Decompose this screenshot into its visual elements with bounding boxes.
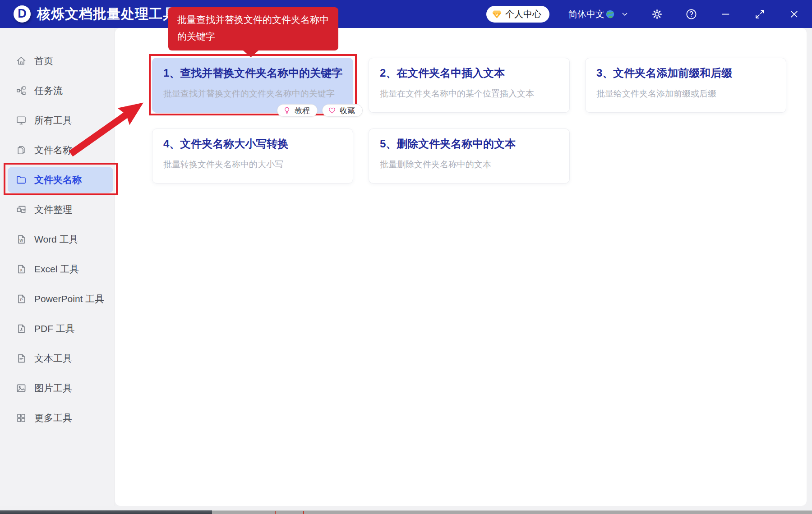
more-icon: [16, 413, 27, 423]
sidebar-item-file-name[interactable]: 文件名称: [0, 135, 115, 165]
tool-card-description: 批量给文件夹名添加前缀或后缀: [596, 88, 775, 100]
titlebar: D 核烁文档批量处理工具 V 个人中心 简体中文: [0, 0, 812, 28]
taskbar-sliver: [0, 510, 812, 514]
tool-card-insert-text-in-folder-name[interactable]: 2、在文件夹名中插入文本批量在文件夹名称中的某个位置插入文本: [369, 58, 570, 113]
sidebar-item-label: PowerPoint 工具: [34, 293, 104, 305]
titlebar-actions: V 个人中心 简体中文: [486, 6, 801, 23]
tool-card-title: 2、在文件夹名中插入文本: [380, 66, 558, 80]
help-button[interactable]: [684, 7, 698, 21]
svg-text:V: V: [495, 12, 498, 17]
sidebar: 首页任务流所有工具文件名称文件夹名称文件整理WWord 工具XExcel 工具P…: [0, 28, 115, 506]
tool-card-title: 4、文件夹名称大小写转换: [163, 137, 342, 151]
minimize-icon: [720, 9, 731, 20]
sidebar-item-home[interactable]: 首页: [0, 46, 115, 76]
tool-card-description: 批量查找并替换文件的文件夹名称中的关键字: [163, 88, 342, 100]
tool-card-actions: 教程收藏: [277, 104, 363, 117]
sidebar-item-label: 任务流: [34, 84, 63, 97]
tool-card-find-replace-folder-keyword[interactable]: 1、查找并替换文件夹名称中的关键字批量查找并替换文件的文件夹名称中的关键字教程收…: [152, 58, 353, 113]
vip-gem-icon: V: [492, 9, 502, 19]
svg-text:P: P: [20, 298, 23, 302]
sidebar-item-all-tools[interactable]: 所有工具: [0, 106, 115, 135]
sidebar-item-label: 文件夹名称: [34, 174, 82, 186]
app-title: 核烁文档批量处理工具: [37, 5, 177, 23]
tool-card-description: 批量在文件夹名称中的某个位置插入文本: [380, 88, 558, 100]
heart-icon: [328, 106, 340, 115]
file-icon: [16, 145, 27, 156]
sidebar-item-word[interactable]: WWord 工具: [0, 225, 115, 254]
app-logo-icon: D: [14, 5, 31, 23]
lightbulb-icon: [283, 106, 295, 115]
tool-card-description: 批量转换文件夹名称中的大小写: [163, 159, 342, 170]
sidebar-item-organize[interactable]: 文件整理: [0, 195, 115, 225]
maximize-button[interactable]: [753, 7, 766, 21]
excel-icon: X: [16, 264, 27, 275]
sidebar-item-label: 文件整理: [34, 203, 72, 216]
sidebar-item-pdf[interactable]: PDF 工具: [0, 314, 115, 344]
gear-icon: [651, 9, 663, 20]
svg-text:X: X: [20, 268, 23, 272]
globe-icon: [605, 9, 615, 19]
taskbar-tick: [275, 511, 276, 514]
taskbar-dark-segment: [0, 510, 212, 514]
sidebar-item-label: 所有工具: [34, 114, 72, 127]
sidebar-item-more[interactable]: 更多工具: [0, 403, 115, 433]
main-panel: 1、查找并替换文件夹名称中的关键字批量查找并替换文件的文件夹名称中的关键字教程收…: [115, 28, 807, 506]
sidebar-item-powerpoint[interactable]: PPowerPoint 工具: [0, 284, 115, 314]
user-center-button[interactable]: V 个人中心: [486, 6, 549, 23]
ppt-icon: P: [16, 294, 27, 304]
sidebar-item-label: 文件名称: [34, 144, 72, 156]
app-window: D 核烁文档批量处理工具 V 个人中心 简体中文: [0, 0, 812, 514]
action-label: 教程: [295, 106, 310, 116]
image-icon: [16, 383, 27, 394]
sidebar-item-label: 图片工具: [34, 382, 72, 395]
tool-card-title: 1、查找并替换文件夹名称中的关键字: [163, 66, 342, 80]
tutorial-button[interactable]: 教程: [277, 104, 318, 117]
tool-card-folder-name-prefix-suffix[interactable]: 3、文件夹名添加前缀和后缀批量给文件夹名添加前缀或后缀: [585, 58, 786, 113]
word-icon: W: [16, 234, 27, 245]
help-icon: [686, 9, 697, 20]
tool-card-title: 5、删除文件夹名称中的文本: [380, 137, 558, 151]
taskbar-tick: [303, 511, 304, 514]
language-selector[interactable]: 简体中文: [568, 8, 629, 20]
close-button[interactable]: [787, 7, 801, 21]
app-logo-letter: D: [18, 7, 27, 21]
close-icon: [789, 9, 799, 19]
home-icon: [16, 55, 27, 66]
tool-card-delete-text-in-folder-name[interactable]: 5、删除文件夹名称中的文本批量删除文件夹名称中的文本: [369, 128, 570, 184]
sidebar-item-excel[interactable]: XExcel 工具: [0, 254, 115, 284]
language-label: 简体中文: [568, 8, 604, 20]
expand-icon: [754, 9, 766, 20]
sidebar-item-label: 首页: [34, 55, 53, 67]
window-body: 首页任务流所有工具文件名称文件夹名称文件整理WWord 工具XExcel 工具P…: [0, 28, 812, 510]
minimize-button[interactable]: [719, 7, 732, 21]
pdf-icon: [16, 323, 27, 334]
sidebar-item-label: 文本工具: [34, 352, 72, 365]
sidebar-item-label: Excel 工具: [34, 263, 79, 275]
sidebar-item-label: PDF 工具: [34, 322, 75, 335]
sidebar-item-folder-name[interactable]: 文件夹名称: [8, 167, 113, 193]
action-label: 收藏: [340, 106, 355, 116]
tool-card-title: 3、文件夹名添加前缀和后缀: [596, 66, 775, 80]
sidebar-item-image[interactable]: 图片工具: [0, 373, 115, 403]
text-icon: [16, 353, 27, 364]
sidebar-item-label: 更多工具: [34, 412, 72, 424]
monitor-icon: [16, 115, 27, 126]
settings-button[interactable]: [650, 7, 664, 21]
chevron-down-icon: [620, 9, 629, 18]
sidebar-item-text[interactable]: 文本工具: [0, 344, 115, 373]
favorite-button[interactable]: 收藏: [322, 104, 363, 117]
organize-icon: [16, 204, 27, 215]
sidebar-item-task-flow[interactable]: 任务流: [0, 76, 115, 106]
tool-card-grid: 1、查找并替换文件夹名称中的关键字批量查找并替换文件的文件夹名称中的关键字教程收…: [152, 58, 793, 184]
folder-icon: [16, 174, 27, 185]
user-center-label: 个人中心: [505, 8, 541, 20]
flow-icon: [16, 85, 27, 96]
tool-card-description: 批量删除文件夹名称中的文本: [380, 159, 558, 170]
annotation-tooltip: 批量查找并替换文件的文件夹名称中的关键字: [168, 7, 338, 50]
sidebar-item-label: Word 工具: [34, 233, 78, 246]
svg-text:W: W: [19, 238, 23, 243]
tool-card-folder-name-case-convert[interactable]: 4、文件夹名称大小写转换批量转换文件夹名称中的大小写: [152, 128, 353, 184]
